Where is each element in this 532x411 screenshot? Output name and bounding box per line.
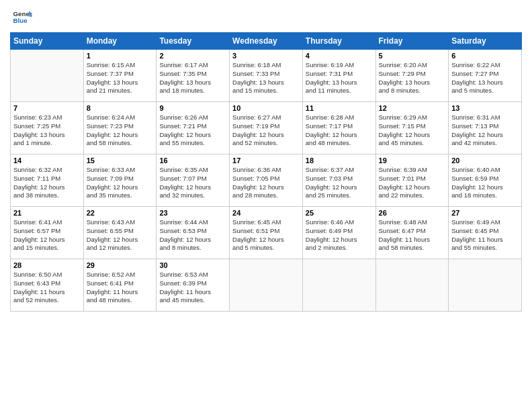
day-info: Sunrise: 6:28 AMSunset: 7:17 PMDaylight:…	[306, 113, 373, 148]
calendar-cell: 23Sunrise: 6:44 AMSunset: 6:53 PMDayligh…	[157, 207, 230, 259]
day-number: 12	[379, 104, 446, 112]
day-number: 19	[379, 156, 446, 165]
logo: General Blue	[10, 7, 34, 27]
day-info: Sunrise: 6:32 AMSunset: 7:11 PMDaylight:…	[13, 166, 81, 200]
day-info: Sunrise: 6:36 AMSunset: 7:05 PMDaylight:…	[232, 166, 300, 200]
day-info: Sunrise: 6:18 AMSunset: 7:33 PMDaylight:…	[232, 61, 300, 95]
calendar-cell: 1Sunrise: 6:15 AMSunset: 7:37 PMDaylight…	[83, 50, 157, 102]
header-tuesday: Tuesday	[157, 33, 230, 50]
calendar-cell	[230, 259, 303, 312]
day-number: 7	[13, 104, 81, 112]
logo-icon: General Blue	[12, 7, 32, 27]
day-number: 22	[87, 209, 154, 217]
day-info: Sunrise: 6:52 AMSunset: 6:41 PMDaylight:…	[87, 271, 154, 305]
day-info: Sunrise: 6:50 AMSunset: 6:43 PMDaylight:…	[13, 271, 81, 305]
day-number: 30	[159, 261, 226, 269]
calendar-cell: 8Sunrise: 6:24 AMSunset: 7:23 PMDaylight…	[83, 102, 157, 154]
calendar-cell: 25Sunrise: 6:46 AMSunset: 6:49 PMDayligh…	[302, 207, 375, 259]
day-info: Sunrise: 6:23 AMSunset: 7:25 PMDaylight:…	[13, 113, 81, 148]
calendar-cell: 4Sunrise: 6:19 AMSunset: 7:31 PMDaylight…	[302, 50, 375, 102]
day-info: Sunrise: 6:27 AMSunset: 7:19 PMDaylight:…	[232, 113, 300, 148]
calendar-cell: 6Sunrise: 6:22 AMSunset: 7:27 PMDaylight…	[449, 50, 522, 102]
calendar-cell: 11Sunrise: 6:28 AMSunset: 7:17 PMDayligh…	[302, 102, 375, 154]
day-info: Sunrise: 6:44 AMSunset: 6:53 PMDaylight:…	[159, 218, 226, 253]
day-info: Sunrise: 6:37 AMSunset: 7:03 PMDaylight:…	[306, 166, 373, 200]
calendar-cell	[449, 259, 522, 312]
calendar-cell: 28Sunrise: 6:50 AMSunset: 6:43 PMDayligh…	[11, 259, 84, 312]
day-number: 25	[306, 209, 373, 217]
day-number: 18	[306, 156, 373, 165]
day-number: 11	[306, 104, 373, 112]
calendar-week-5: 28Sunrise: 6:50 AMSunset: 6:43 PMDayligh…	[11, 259, 522, 312]
header-monday: Monday	[83, 33, 157, 50]
calendar-cell: 29Sunrise: 6:52 AMSunset: 6:41 PMDayligh…	[83, 259, 157, 312]
day-number: 8	[87, 104, 154, 112]
header-saturday: Saturday	[449, 33, 522, 50]
calendar-cell	[11, 50, 84, 102]
calendar-week-4: 21Sunrise: 6:41 AMSunset: 6:57 PMDayligh…	[11, 207, 522, 259]
day-info: Sunrise: 6:53 AMSunset: 6:39 PMDaylight:…	[159, 271, 226, 305]
header-friday: Friday	[375, 33, 449, 50]
header-row: SundayMondayTuesdayWednesdayThursdayFrid…	[11, 33, 522, 50]
calendar-cell: 3Sunrise: 6:18 AMSunset: 7:33 PMDaylight…	[230, 50, 303, 102]
calendar-cell: 30Sunrise: 6:53 AMSunset: 6:39 PMDayligh…	[157, 259, 230, 312]
header-sunday: Sunday	[11, 33, 84, 50]
calendar-cell	[375, 259, 449, 312]
day-number: 21	[13, 209, 81, 217]
day-number: 13	[451, 104, 519, 112]
day-number: 24	[232, 209, 300, 217]
day-number: 17	[232, 156, 300, 165]
calendar-cell: 18Sunrise: 6:37 AMSunset: 7:03 PMDayligh…	[302, 154, 375, 207]
calendar-cell: 10Sunrise: 6:27 AMSunset: 7:19 PMDayligh…	[230, 102, 303, 154]
day-info: Sunrise: 6:22 AMSunset: 7:27 PMDaylight:…	[451, 61, 519, 95]
day-info: Sunrise: 6:17 AMSunset: 7:35 PMDaylight:…	[159, 61, 226, 95]
day-info: Sunrise: 6:39 AMSunset: 7:01 PMDaylight:…	[379, 166, 446, 200]
day-info: Sunrise: 6:19 AMSunset: 7:31 PMDaylight:…	[306, 61, 373, 95]
calendar-cell: 9Sunrise: 6:26 AMSunset: 7:21 PMDaylight…	[157, 102, 230, 154]
calendar-cell: 14Sunrise: 6:32 AMSunset: 7:11 PMDayligh…	[11, 154, 84, 207]
day-number: 14	[13, 156, 81, 165]
calendar-week-2: 7Sunrise: 6:23 AMSunset: 7:25 PMDaylight…	[11, 102, 522, 154]
calendar-header: SundayMondayTuesdayWednesdayThursdayFrid…	[11, 33, 522, 50]
calendar-week-1: 1Sunrise: 6:15 AMSunset: 7:37 PMDaylight…	[11, 50, 522, 102]
day-info: Sunrise: 6:26 AMSunset: 7:21 PMDaylight:…	[159, 113, 226, 148]
day-info: Sunrise: 6:31 AMSunset: 7:13 PMDaylight:…	[451, 113, 519, 148]
day-number: 20	[451, 156, 519, 165]
header-wednesday: Wednesday	[230, 33, 303, 50]
day-info: Sunrise: 6:20 AMSunset: 7:29 PMDaylight:…	[379, 61, 446, 95]
page: General Blue SundayMondayTuesdayWednesda…	[0, 0, 532, 411]
header: General Blue	[10, 7, 522, 27]
calendar-cell: 15Sunrise: 6:33 AMSunset: 7:09 PMDayligh…	[83, 154, 157, 207]
day-number: 26	[379, 209, 446, 217]
day-number: 15	[87, 156, 154, 165]
day-number: 28	[13, 261, 81, 269]
day-number: 3	[232, 52, 300, 60]
svg-text:Blue: Blue	[13, 17, 28, 24]
day-number: 10	[232, 104, 300, 112]
calendar-cell: 17Sunrise: 6:36 AMSunset: 7:05 PMDayligh…	[230, 154, 303, 207]
day-info: Sunrise: 6:29 AMSunset: 7:15 PMDaylight:…	[379, 113, 446, 148]
day-info: Sunrise: 6:49 AMSunset: 6:45 PMDaylight:…	[451, 218, 519, 253]
calendar-cell: 12Sunrise: 6:29 AMSunset: 7:15 PMDayligh…	[375, 102, 449, 154]
calendar-week-3: 14Sunrise: 6:32 AMSunset: 7:11 PMDayligh…	[11, 154, 522, 207]
day-number: 6	[451, 52, 519, 60]
day-info: Sunrise: 6:45 AMSunset: 6:51 PMDaylight:…	[232, 218, 300, 253]
calendar-cell: 5Sunrise: 6:20 AMSunset: 7:29 PMDaylight…	[375, 50, 449, 102]
day-number: 16	[159, 156, 226, 165]
calendar-cell: 24Sunrise: 6:45 AMSunset: 6:51 PMDayligh…	[230, 207, 303, 259]
calendar-cell: 16Sunrise: 6:35 AMSunset: 7:07 PMDayligh…	[157, 154, 230, 207]
day-number: 1	[87, 52, 154, 60]
day-info: Sunrise: 6:40 AMSunset: 6:59 PMDaylight:…	[451, 166, 519, 200]
day-info: Sunrise: 6:15 AMSunset: 7:37 PMDaylight:…	[87, 61, 154, 95]
calendar-cell: 27Sunrise: 6:49 AMSunset: 6:45 PMDayligh…	[449, 207, 522, 259]
calendar-cell: 26Sunrise: 6:48 AMSunset: 6:47 PMDayligh…	[375, 207, 449, 259]
day-info: Sunrise: 6:46 AMSunset: 6:49 PMDaylight:…	[306, 218, 373, 253]
calendar-cell: 19Sunrise: 6:39 AMSunset: 7:01 PMDayligh…	[375, 154, 449, 207]
day-number: 5	[379, 52, 446, 60]
day-number: 23	[159, 209, 226, 217]
day-info: Sunrise: 6:33 AMSunset: 7:09 PMDaylight:…	[87, 166, 154, 200]
day-info: Sunrise: 6:48 AMSunset: 6:47 PMDaylight:…	[379, 218, 446, 253]
day-number: 2	[159, 52, 226, 60]
day-number: 29	[87, 261, 154, 269]
day-info: Sunrise: 6:41 AMSunset: 6:57 PMDaylight:…	[13, 218, 81, 253]
